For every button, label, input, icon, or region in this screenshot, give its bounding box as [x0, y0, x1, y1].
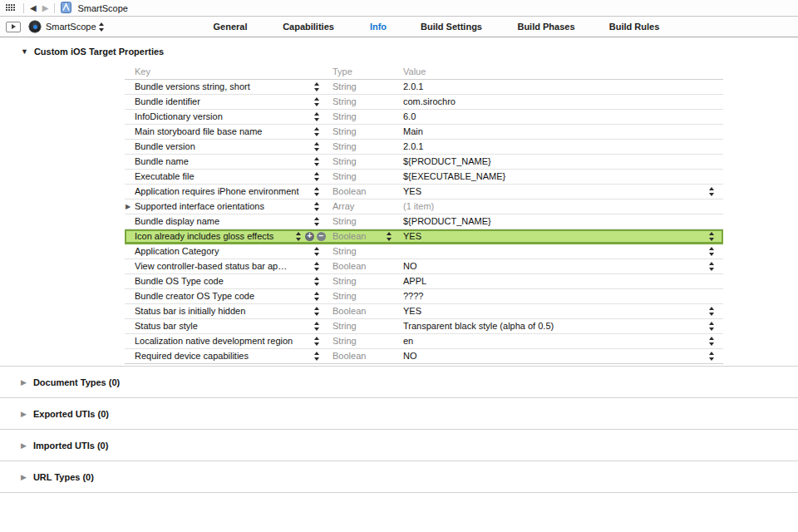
key-stepper-icon[interactable]	[314, 292, 320, 301]
disclosure-closed-icon[interactable]: ▶	[21, 441, 27, 450]
value-stepper-icon[interactable]	[709, 337, 715, 346]
disclosure-closed-icon[interactable]: ▶	[126, 200, 131, 214]
property-row[interactable]: Executable fileString${EXECUTABLE_NAME}	[125, 170, 723, 185]
property-type: String	[332, 274, 357, 288]
property-type: Array	[332, 200, 354, 214]
key-stepper-icon[interactable]	[314, 112, 320, 121]
property-key: Bundle OS Type code	[135, 274, 316, 288]
plist-table-body: Bundle versions string, shortString2.0.1…	[125, 80, 723, 364]
property-key: Application requires iPhone environment	[135, 185, 316, 199]
property-type: String	[332, 95, 357, 109]
column-header-value: Value	[403, 66, 426, 76]
tab-build-rules[interactable]: Build Rules	[609, 17, 660, 37]
key-stepper-icon[interactable]	[314, 217, 320, 226]
property-row[interactable]: Localization native development regionSt…	[125, 334, 723, 349]
key-stepper-icon[interactable]	[314, 142, 320, 151]
property-row[interactable]: Bundle nameString${PRODUCT_NAME}	[125, 155, 723, 170]
property-row[interactable]: Application requires iPhone environmentB…	[125, 185, 723, 200]
property-type: String	[332, 170, 357, 184]
plist-table: Key Type Value Bundle versions string, s…	[125, 65, 723, 364]
key-stepper-icon[interactable]	[314, 307, 320, 316]
property-value: Main	[403, 125, 636, 139]
plist-table-header: Key Type Value	[125, 65, 723, 80]
key-stepper-icon[interactable]	[314, 172, 320, 181]
value-stepper-icon[interactable]	[709, 187, 715, 196]
property-key: Bundle version	[135, 140, 316, 154]
property-type: String	[332, 244, 357, 259]
property-value: ????	[403, 289, 636, 303]
tab-build-settings[interactable]: Build Settings	[421, 17, 482, 37]
property-type: String	[332, 80, 357, 94]
section-url-types-0[interactable]: ▶URL Types (0)	[0, 461, 798, 493]
property-type: Boolean	[332, 349, 366, 363]
disclosure-closed-icon[interactable]: ▶	[21, 473, 27, 481]
key-stepper-icon[interactable]	[296, 232, 302, 241]
key-stepper-icon[interactable]	[314, 82, 320, 91]
property-row[interactable]: Required device capabilitiesBooleanNO	[125, 349, 723, 364]
property-type: String	[332, 214, 357, 229]
property-key: Application Category	[135, 244, 316, 259]
value-stepper-icon[interactable]	[709, 247, 715, 256]
property-value: YES	[403, 229, 636, 244]
tab-capabilities[interactable]: Capabilities	[283, 17, 334, 37]
remove-row-button[interactable]: −	[317, 232, 326, 241]
key-stepper-icon[interactable]	[314, 202, 320, 211]
key-stepper-icon[interactable]	[314, 262, 320, 271]
value-stepper-icon[interactable]	[709, 322, 715, 331]
back-button[interactable]: ◀	[30, 4, 37, 12]
property-key: Icon already includes gloss effects	[135, 229, 316, 244]
key-stepper-icon[interactable]	[314, 277, 320, 286]
section-imported-utis-0[interactable]: ▶Imported UTIs (0)	[0, 430, 798, 461]
property-row[interactable]: ▶Supported interface orientationsArray(1…	[125, 200, 723, 214]
add-row-button[interactable]: +	[305, 232, 314, 241]
property-row[interactable]: Bundle identifierStringcom.sirochro	[125, 95, 723, 110]
key-stepper-icon[interactable]	[314, 157, 320, 166]
key-stepper-icon[interactable]	[314, 127, 320, 136]
property-row[interactable]: Bundle OS Type codeStringAPPL	[125, 274, 723, 289]
jump-bar-title[interactable]: SmartScope	[77, 3, 128, 13]
property-value: 6.0	[403, 110, 636, 124]
forward-button[interactable]: ▶	[42, 4, 49, 12]
property-row[interactable]: Icon already includes gloss effects+−Boo…	[125, 229, 723, 244]
property-row[interactable]: Status bar is initially hiddenBooleanYES	[125, 304, 723, 319]
section-title: Imported UTIs (0)	[33, 441, 108, 451]
property-key: Bundle identifier	[135, 95, 316, 109]
key-stepper-icon[interactable]	[314, 352, 320, 361]
disclosure-open-icon[interactable]: ▼	[21, 47, 28, 56]
tab-build-phases[interactable]: Build Phases	[517, 17, 574, 37]
property-row[interactable]: InfoDictionary versionString6.0	[125, 110, 723, 125]
property-row[interactable]: View controller-based status bar ap…Bool…	[125, 259, 723, 274]
key-stepper-icon[interactable]	[314, 337, 320, 346]
value-stepper-icon[interactable]	[709, 262, 715, 271]
key-stepper-icon[interactable]	[314, 247, 320, 256]
property-type: Boolean	[332, 229, 366, 244]
divider	[23, 3, 24, 13]
property-row[interactable]: Bundle creator OS Type codeString????	[125, 289, 723, 304]
custom-properties-section-header[interactable]: ▼ Custom iOS Target Properties	[21, 47, 164, 57]
property-type: String	[332, 125, 357, 139]
tab-info[interactable]: Info	[370, 17, 387, 37]
property-row[interactable]: Application CategoryString	[125, 244, 723, 259]
value-stepper-icon[interactable]	[709, 232, 715, 241]
property-key: Bundle creator OS Type code	[135, 289, 316, 303]
key-stepper-icon[interactable]	[314, 322, 320, 331]
tab-general[interactable]: General	[214, 17, 248, 37]
type-stepper-icon[interactable]	[387, 232, 392, 241]
property-row[interactable]: Bundle display nameString${PRODUCT_NAME}	[125, 214, 723, 229]
key-stepper-icon[interactable]	[314, 97, 320, 106]
related-items-icon[interactable]	[6, 4, 17, 12]
disclosure-closed-icon[interactable]: ▶	[21, 410, 27, 418]
value-stepper-icon[interactable]	[709, 352, 715, 361]
value-stepper-icon[interactable]	[709, 307, 715, 316]
property-row[interactable]: Bundle versions string, shortString2.0.1	[125, 80, 723, 95]
section-exported-utis-0[interactable]: ▶Exported UTIs (0)	[0, 398, 798, 430]
property-row[interactable]: Main storyboard file base nameStringMain	[125, 125, 723, 140]
key-stepper-icon[interactable]	[314, 187, 320, 196]
section-document-types-0[interactable]: ▶Document Types (0)	[0, 367, 798, 398]
property-row[interactable]: Bundle versionString2.0.1	[125, 140, 723, 155]
property-row[interactable]: Status bar styleStringTransparent black …	[125, 319, 723, 334]
divider	[54, 3, 55, 13]
section-title: Exported UTIs (0)	[33, 409, 109, 419]
disclosure-closed-icon[interactable]: ▶	[21, 378, 27, 387]
property-key: Bundle versions string, short	[135, 80, 316, 94]
